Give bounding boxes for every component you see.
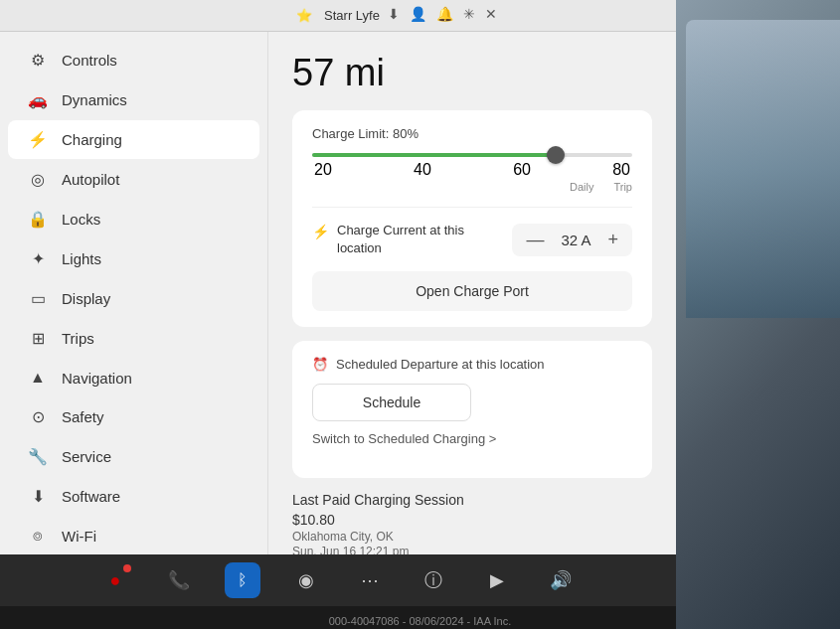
user-name: Starr Lyfe <box>324 8 380 23</box>
charge-current-label: ⚡ Charge Current at this location <box>312 222 491 257</box>
clock-icon: ⏰ <box>312 357 328 372</box>
slider-daily-trip: Daily Trip <box>312 181 632 193</box>
sidebar-label-locks: Locks <box>62 211 100 228</box>
taskbar-item-camera[interactable]: ◉ <box>288 562 324 598</box>
sidebar-item-charging[interactable]: ⚡ Charging <box>8 120 259 159</box>
charge-limit-label: Charge Limit: 80% <box>312 126 632 141</box>
signal-icon: ✕ <box>485 6 497 22</box>
software-icon: ⬇ <box>28 487 48 506</box>
last-paid-location: Oklahoma City, OK <box>292 530 652 544</box>
right-panel: 57 mi Charge Limit: 80% 20 40 60 80 <box>268 32 676 606</box>
charging-icon: ⚡ <box>28 130 48 149</box>
taskbar-item-bluetooth[interactable]: ᛒ <box>225 562 260 598</box>
sidebar-item-dynamics[interactable]: 🚗 Dynamics <box>8 80 259 119</box>
taskbar-item-info[interactable]: ⓘ <box>416 562 451 598</box>
sidebar-item-software[interactable]: ⬇ Software <box>8 477 259 516</box>
trips-icon: ⊞ <box>28 329 48 348</box>
charge-increase-button[interactable]: + <box>607 230 618 250</box>
trip-label: Trip <box>613 181 632 193</box>
info-icon: ⓘ <box>424 568 442 592</box>
sidebar-item-safety[interactable]: ⊙ Safety <box>8 397 259 436</box>
taskbar: ● 📞 ᛒ ◉ ⋯ ⓘ ▶ 🔊 <box>0 554 676 606</box>
car-window-glass <box>686 20 840 318</box>
last-paid-title: Last Paid Charging Session <box>292 492 652 508</box>
sidebar-label-software: Software <box>62 488 120 505</box>
scheduled-departure-title: ⏰ Scheduled Departure at this location <box>312 357 632 372</box>
sidebar-item-trips[interactable]: ⊞ Trips <box>8 319 259 358</box>
charge-slider[interactable]: 20 40 60 80 Daily Trip <box>312 153 632 193</box>
charge-current-row: ⚡ Charge Current at this location — 32 A… <box>312 207 632 257</box>
safety-icon: ⊙ <box>28 407 48 426</box>
sidebar-label-service: Service <box>62 448 111 465</box>
scheduled-departure-label: Scheduled Departure at this location <box>336 357 545 372</box>
camera-icon: ◉ <box>298 569 314 591</box>
schedule-button[interactable]: Schedule <box>312 384 471 421</box>
volume-icon: 🔊 <box>550 569 572 591</box>
sidebar-label-safety: Safety <box>62 408 104 425</box>
sidebar-item-display[interactable]: ▭ Display <box>8 279 259 318</box>
sidebar-item-controls[interactable]: ⚙ Controls <box>8 41 259 79</box>
download-icon: ⬇ <box>388 6 400 22</box>
dynamics-icon: 🚗 <box>28 90 48 109</box>
sidebar: ⚙ Controls 🚗 Dynamics ⚡ Charging ◎ Autop… <box>0 32 268 606</box>
sidebar-item-navigation[interactable]: ▲ Navigation <box>8 359 259 396</box>
sidebar-label-navigation: Navigation <box>62 370 132 387</box>
slider-thumb[interactable] <box>547 146 565 164</box>
autopilot-icon: ◎ <box>28 170 48 189</box>
controls-icon: ⚙ <box>28 51 48 70</box>
user-icon: ⭐ <box>296 8 312 23</box>
sidebar-label-controls: Controls <box>62 52 117 69</box>
navigation-icon: ▲ <box>28 369 48 387</box>
bluetooth-icon-taskbar: ᛒ <box>238 571 248 589</box>
watermark: 000-40047086 - 08/06/2024 - IAA Inc. <box>0 615 840 627</box>
main-content: ⚙ Controls 🚗 Dynamics ⚡ Charging ◎ Autop… <box>0 32 676 606</box>
service-icon: 🔧 <box>28 447 48 466</box>
slider-label-40: 40 <box>414 161 431 179</box>
screen: ⭐ Starr Lyfe ⬇ 👤 🔔 ✳ ✕ ⚙ Controls 🚗 Dyna… <box>0 0 676 606</box>
sidebar-label-wifi: Wi-Fi <box>62 528 96 545</box>
charge-stepper: — 32 A + <box>512 224 632 256</box>
phone-icon: 📞 <box>168 569 190 591</box>
sidebar-label-autopilot: Autopilot <box>62 171 119 188</box>
dots-icon: ⋯ <box>361 569 379 591</box>
charge-current-icon: ⚡ <box>312 223 329 242</box>
locks-icon: 🔒 <box>28 210 48 229</box>
open-charge-port-button[interactable]: Open Charge Port <box>312 271 632 311</box>
taskbar-item-volume[interactable]: 🔊 <box>543 562 579 598</box>
profile-icon: 👤 <box>410 6 426 22</box>
scheduled-departure-card: ⏰ Scheduled Departure at this location S… <box>292 341 652 478</box>
taskbar-item-play[interactable]: ▶ <box>479 562 515 598</box>
play-icon: ▶ <box>490 569 504 591</box>
wifi-icon: ⌾ <box>28 527 48 545</box>
sidebar-item-locks[interactable]: 🔒 Locks <box>8 200 259 238</box>
sidebar-label-display: Display <box>62 290 110 307</box>
bluetooth-icon: ✳ <box>463 6 475 22</box>
charge-current-text: Charge Current at this location <box>337 222 491 257</box>
slider-label-20: 20 <box>314 161 332 179</box>
sidebar-item-service[interactable]: 🔧 Service <box>8 437 259 476</box>
sidebar-label-charging: Charging <box>62 131 122 148</box>
car-window <box>676 0 840 629</box>
last-paid-amount: $10.80 <box>292 512 652 528</box>
taskbar-item-phone[interactable]: 📞 <box>161 562 197 598</box>
sidebar-item-autopilot[interactable]: ◎ Autopilot <box>8 160 259 199</box>
sidebar-item-lights[interactable]: ✦ Lights <box>8 239 259 278</box>
sidebar-item-wifi[interactable]: ⌾ Wi-Fi <box>8 517 259 554</box>
lights-icon: ✦ <box>28 249 48 268</box>
sidebar-label-trips: Trips <box>62 330 94 347</box>
sidebar-label-lights: Lights <box>62 250 101 267</box>
slider-label-80: 80 <box>612 161 630 179</box>
slider-labels: 20 40 60 80 <box>312 161 632 179</box>
slider-fill <box>312 153 562 157</box>
charge-decrease-button[interactable]: — <box>526 230 544 250</box>
taskbar-red-icon: ● <box>110 570 121 591</box>
daily-label: Daily <box>570 181 593 193</box>
mileage-display: 57 mi <box>292 52 652 94</box>
switch-charging-link[interactable]: Switch to Scheduled Charging > <box>312 431 632 446</box>
display-icon: ▭ <box>28 289 48 308</box>
bell-icon: 🔔 <box>436 6 453 22</box>
taskbar-item-dots[interactable]: ⋯ <box>352 562 388 598</box>
top-bar: ⭐ Starr Lyfe ⬇ 👤 🔔 ✳ ✕ <box>0 0 676 32</box>
taskbar-item-red[interactable]: ● <box>97 562 133 598</box>
charge-limit-card: Charge Limit: 80% 20 40 60 80 Daily Tr <box>292 110 652 327</box>
